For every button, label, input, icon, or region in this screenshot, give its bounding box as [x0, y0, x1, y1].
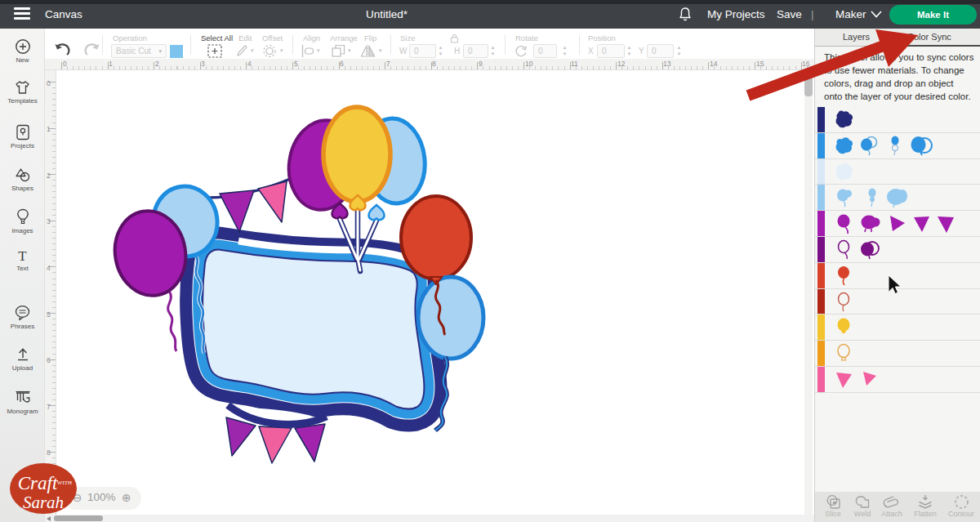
svg-text:Craft: Craft [18, 473, 58, 493]
svg-text:WITH: WITH [57, 480, 72, 486]
svg-text:Sarah: Sarah [23, 493, 64, 512]
